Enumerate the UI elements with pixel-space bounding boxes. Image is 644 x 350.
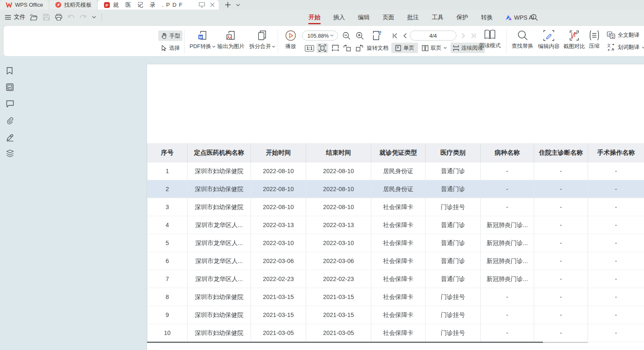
rotate-right-button[interactable] xyxy=(354,43,365,53)
table-cell: 新冠肺炎门诊... xyxy=(481,252,534,270)
menu-protect[interactable]: 保护 xyxy=(456,10,469,25)
quickbar-chevron-icon[interactable] xyxy=(92,16,96,18)
play-button[interactable]: 播放 xyxy=(282,30,299,50)
column-header: 住院主诊断名称 xyxy=(534,144,588,162)
actual-size-button[interactable]: 1:1 xyxy=(304,43,315,53)
menu-edit[interactable]: 编辑 xyxy=(357,10,370,25)
sidebar-layers-button[interactable] xyxy=(6,149,14,158)
tab-docer[interactable]: 找稻壳模板 xyxy=(49,0,98,10)
full-translate-button[interactable]: A 全文翻译 xyxy=(606,31,640,40)
find-replace-button[interactable]: 查找替换 xyxy=(508,30,537,50)
sidebar-bookmark-button[interactable] xyxy=(6,67,13,75)
select-tool-button[interactable]: 选择 xyxy=(158,43,183,53)
read-mode-button[interactable]: 阅读模式 xyxy=(478,29,502,49)
split-merge-button[interactable]: 拆分合并 xyxy=(246,30,279,50)
tab-wps-home[interactable]: WPS Office xyxy=(0,0,49,10)
fit-width-button[interactable] xyxy=(330,43,341,53)
single-page-button[interactable]: 单页 xyxy=(391,43,418,53)
rotate-left-icon xyxy=(343,44,352,52)
rotate-document-button[interactable]: 旋转文档 xyxy=(365,43,390,53)
table-cell: 深圳市妇幼保健院 xyxy=(188,162,251,180)
table-cell: 社会保障卡 xyxy=(371,216,426,234)
tab-label: WPS Office xyxy=(15,2,43,8)
next-page-button[interactable] xyxy=(459,31,467,40)
table-cell: 2022-03-06 xyxy=(306,252,371,270)
first-page-button[interactable] xyxy=(390,31,400,40)
export-image-button[interactable]: 输出为图片 xyxy=(213,30,248,50)
reflow-button[interactable] xyxy=(370,30,384,41)
open-folder-icon[interactable] xyxy=(30,14,38,20)
chevron-down-icon xyxy=(444,47,447,49)
table-row: 6深圳市龙华区人...2022-03-062022-03-06社会保障卡普通门诊… xyxy=(147,252,644,270)
undo-icon[interactable] xyxy=(68,15,74,20)
table-cell: - xyxy=(481,306,534,324)
menu-convert[interactable]: 转换 xyxy=(481,10,493,25)
fit-page-button[interactable] xyxy=(317,43,328,53)
table-cell: - xyxy=(534,288,588,306)
menu-wps-ai[interactable]: WPS AI xyxy=(505,14,534,21)
double-page-button[interactable]: 双页 xyxy=(420,43,449,53)
save-icon[interactable] xyxy=(43,14,50,20)
zoom-in-button[interactable] xyxy=(355,31,365,40)
table-cell: 居民身份证 xyxy=(371,162,426,180)
wps-logo-icon xyxy=(6,2,12,8)
table-cell: 深圳市妇幼保健院 xyxy=(188,324,251,342)
zoom-out-button[interactable] xyxy=(341,31,351,40)
menu-tools[interactable]: 工具 xyxy=(431,10,444,25)
fit-page-icon xyxy=(319,44,326,52)
menu-page[interactable]: 页面 xyxy=(382,10,395,25)
print-icon[interactable] xyxy=(55,14,62,20)
menu-search-icon[interactable] xyxy=(531,14,538,21)
find-replace-icon xyxy=(517,30,528,41)
tab-label: 找稻壳模板 xyxy=(64,1,91,9)
close-tab-icon[interactable] xyxy=(210,3,215,7)
table-cell: 7 xyxy=(147,270,188,288)
divider xyxy=(278,29,278,54)
zoom-level-select[interactable]: 105.88% xyxy=(302,31,338,41)
prev-page-button[interactable] xyxy=(401,31,409,40)
sidebar-thumbnails-button[interactable] xyxy=(6,83,14,91)
export-image-icon xyxy=(226,30,236,41)
edit-content-button[interactable]: 编辑内容 xyxy=(535,30,563,50)
monitor-icon[interactable] xyxy=(199,2,205,8)
table-cell: - xyxy=(588,324,644,342)
table-cell: - xyxy=(481,324,534,342)
column-header: 定点医药机构名称 xyxy=(188,144,251,162)
chevron-down-icon xyxy=(642,46,644,49)
table-cell: - xyxy=(588,252,644,270)
table-cell: 1 xyxy=(147,162,188,180)
column-header: 医疗类别 xyxy=(426,144,481,162)
sidebar-attachments-button[interactable] xyxy=(6,117,14,125)
table-cell: 深圳市龙华区人... xyxy=(188,234,251,252)
hand-tool-button[interactable]: 手型 xyxy=(158,31,183,41)
table-cell: 新冠肺炎门诊... xyxy=(481,270,534,288)
table-cell: 2021-03-15 xyxy=(306,288,371,306)
redo-icon[interactable] xyxy=(80,15,86,20)
last-page-button[interactable] xyxy=(468,31,477,40)
rotate-left-button[interactable] xyxy=(342,43,353,53)
sidebar-comments-button[interactable] xyxy=(6,100,14,107)
pdf-convert-label: PDF转换 xyxy=(190,43,211,50)
table-cell: 2 xyxy=(147,180,188,198)
find-replace-label: 查找替换 xyxy=(512,42,533,50)
table-cell: - xyxy=(588,234,644,252)
table-cell: - xyxy=(481,288,534,306)
page-number-input[interactable] xyxy=(410,31,456,41)
sidebar-signature-button[interactable] xyxy=(6,133,14,141)
menu-annotate[interactable]: 批注 xyxy=(407,10,419,25)
table-cell: 社会保障卡 xyxy=(371,234,426,252)
file-menu-button[interactable]: 文件 xyxy=(5,13,31,21)
menu-home[interactable]: 开始 xyxy=(308,10,321,25)
column-header: 结束时间 xyxy=(306,144,371,162)
word-translate-button[interactable]: 文A 划词翻译 xyxy=(606,43,644,52)
new-tab-icon[interactable] xyxy=(225,2,231,8)
table-row: 1深圳市妇幼保健院2022-08-102022-08-10居民身份证普通门诊--… xyxy=(147,162,644,180)
word-translate-label: 划词翻译 xyxy=(618,43,639,51)
tab-list-chevron-icon[interactable] xyxy=(236,4,240,6)
pdf-page[interactable]: 序号定点医药机构名称开始时间结束时间就诊凭证类型医疗类别病种名称住院主诊断名称手… xyxy=(147,64,644,350)
menu-insert[interactable]: 插入 xyxy=(333,10,345,25)
tab-document[interactable]: P 就 医 记 录 .PDF xyxy=(98,0,219,10)
table-cell: 深圳市妇幼保健院 xyxy=(188,306,251,324)
compress-button[interactable]: 压缩 xyxy=(582,30,606,50)
pdf-file-icon: P xyxy=(104,2,110,8)
